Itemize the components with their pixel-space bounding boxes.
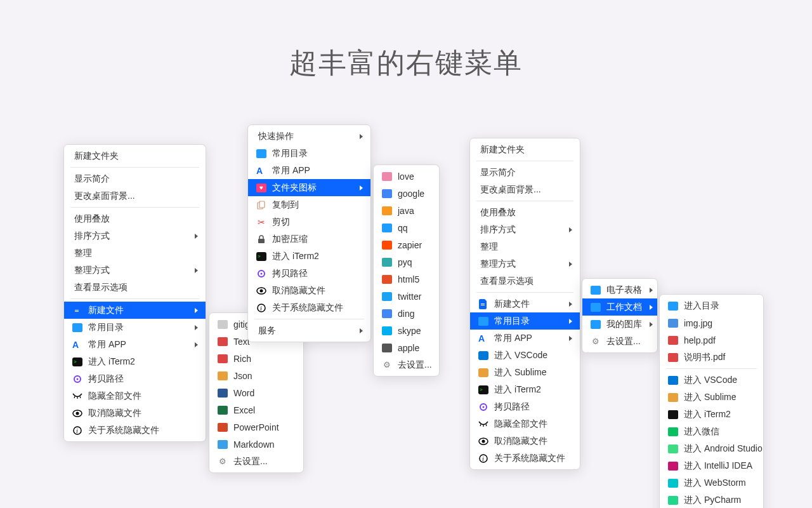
menu-item[interactable]: 常用目录 — [248, 145, 370, 162]
menu-item[interactable]: 说明书.pdf — [660, 349, 763, 366]
menu-item[interactable]: 进入微信 — [660, 423, 763, 440]
menu-item[interactable]: 排序方式 — [64, 227, 206, 244]
menu-item[interactable]: 进入 PyCharm — [660, 491, 763, 508]
menu-item[interactable]: skype — [374, 322, 439, 339]
menu-item[interactable]: 整理 — [470, 238, 580, 255]
menu-item[interactable]: 常用目录 — [64, 319, 206, 336]
menu-item-services[interactable]: 服务 — [248, 322, 370, 339]
chevron-right-icon — [360, 328, 363, 333]
menu-item[interactable]: 加密压缩 — [248, 231, 370, 248]
gear-icon — [256, 199, 267, 211]
gear-icon: A — [72, 339, 83, 351]
menu-item-label: zapier — [398, 240, 431, 250]
folder-icon — [381, 171, 393, 182]
gear-icon — [72, 322, 83, 333]
menu-item[interactable]: 使用叠放 — [64, 210, 206, 227]
menu-item[interactable]: ding — [374, 305, 439, 322]
menu-item[interactable]: 新建文件 — [470, 295, 580, 312]
menu-item[interactable]: 进入 Sublime — [470, 364, 580, 381]
menu-item[interactable]: 进入 IntelliJ IDEA — [660, 457, 763, 474]
menu-item[interactable]: 整理方式 — [470, 255, 580, 272]
menu-item[interactable]: 整理 — [64, 244, 206, 262]
menu-item[interactable]: Word — [209, 384, 303, 401]
menu-item[interactable]: 新建文件夹 — [64, 147, 206, 164]
menu-item[interactable]: 拷贝路径 — [248, 265, 370, 282]
menu-item[interactable]: ⚙去设置... — [582, 333, 657, 350]
chevron-right-icon — [360, 185, 363, 190]
menu-item-label: Json — [233, 371, 296, 381]
menu-item[interactable]: 进入 WebStorm — [660, 474, 763, 491]
menu-item[interactable]: google — [374, 185, 439, 202]
menu-item[interactable]: i关于系统隐藏文件 — [248, 299, 370, 316]
menu-item[interactable]: zapier — [374, 236, 439, 253]
menu-item[interactable]: 更改桌面背景... — [64, 187, 206, 204]
menu-item[interactable]: 更改桌面背景... — [470, 181, 580, 198]
menu-item-label: 排序方式 — [74, 231, 187, 242]
menu-item-label: 进入 VSCode — [494, 350, 572, 361]
menu-item-label: 常用目录 — [494, 316, 561, 327]
menu-item[interactable]: 进入 Sublime — [660, 389, 763, 406]
menu-item[interactable]: love — [374, 168, 439, 185]
menu-item[interactable]: 新建文件夹 — [470, 141, 580, 158]
menu-item[interactable]: 显示简介 — [64, 170, 206, 187]
menu-item[interactable]: 进入 Android Studio — [660, 440, 763, 457]
menu-item[interactable]: i关于系统隐藏文件 — [64, 422, 206, 439]
menu-item[interactable]: 拷贝路径 — [64, 370, 206, 387]
menu-item-label: 拷贝路径 — [272, 268, 363, 279]
menu-item[interactable]: Json — [209, 367, 303, 384]
menu-item[interactable]: 我的图库 — [582, 316, 657, 333]
gear-icon — [478, 401, 489, 413]
menu-item[interactable]: A常用 APP — [248, 162, 370, 179]
menu-item[interactable]: PowerPoint — [209, 418, 303, 436]
menu-item[interactable]: 电子表格 — [582, 281, 657, 298]
menu-item[interactable]: 复制到 — [248, 196, 370, 213]
menu-item[interactable]: >进入 iTerm2 — [248, 248, 370, 265]
menu-item[interactable]: >进入 iTerm2 — [64, 353, 206, 370]
menu-item[interactable]: pyq — [374, 253, 439, 271]
menu-item[interactable]: help.pdf — [660, 331, 763, 349]
menu-item[interactable]: 拷贝路径 — [470, 398, 580, 415]
menu-item[interactable]: java — [374, 202, 439, 219]
menu-item-label: google — [398, 189, 431, 199]
menu-item[interactable]: 进入 VSCode — [660, 371, 763, 389]
menu-item[interactable]: A常用 APP — [64, 336, 206, 353]
menu-item[interactable]: twitter — [374, 288, 439, 305]
menu-item[interactable]: 快速操作 — [248, 128, 370, 145]
menu-item[interactable]: ⚙去设置... — [209, 453, 303, 470]
menu-item[interactable]: 取消隐藏文件 — [64, 404, 206, 422]
menu-item[interactable]: 进入目录 — [660, 297, 763, 314]
menu-item[interactable]: 隐藏全部文件 — [470, 415, 580, 432]
menu-item[interactable]: 工作文档 — [582, 298, 657, 316]
menu-item[interactable]: html5 — [374, 271, 439, 288]
menu-item[interactable]: qq — [374, 219, 439, 236]
menu-item[interactable]: img.jpg — [660, 314, 763, 331]
menu-item[interactable]: 查看显示选项 — [470, 272, 580, 290]
gear-icon: A — [478, 333, 489, 344]
menu-item[interactable]: 进入 VSCode — [470, 347, 580, 364]
menu-item[interactable]: ♥文件夹图标 — [248, 179, 370, 196]
menu-item[interactable]: 排序方式 — [470, 221, 580, 238]
folder-icon — [381, 257, 393, 268]
menu-item[interactable]: 隐藏全部文件 — [64, 387, 206, 404]
menu-item[interactable]: 取消隐藏文件 — [470, 432, 580, 450]
folder-icon — [381, 188, 393, 199]
menu-item[interactable]: ✂剪切 — [248, 213, 370, 231]
menu-item[interactable]: Excel — [209, 401, 303, 418]
menu-item[interactable]: 新建文件 — [64, 302, 206, 319]
menu-item[interactable]: Rich — [209, 350, 303, 367]
menu-item[interactable]: i关于系统隐藏文件 — [470, 450, 580, 467]
menu-item[interactable]: 进入 iTerm2 — [660, 406, 763, 423]
menu-item[interactable]: 使用叠放 — [470, 204, 580, 221]
menu-item[interactable]: Markdown — [209, 436, 303, 453]
menu-item[interactable]: 常用目录 — [470, 312, 580, 330]
menu-item[interactable]: 整理方式 — [64, 262, 206, 279]
menu-item[interactable]: ⚙去设置... — [374, 356, 439, 373]
folder-icon — [381, 308, 393, 319]
menu-item[interactable]: apple — [374, 339, 439, 356]
menu-item[interactable]: 查看显示选项 — [64, 279, 206, 296]
menu-item[interactable]: A常用 APP — [470, 330, 580, 347]
menu-item[interactable]: 显示简介 — [470, 164, 580, 181]
menu-item[interactable]: >进入 iTerm2 — [470, 381, 580, 398]
svg-point-4 — [77, 378, 79, 380]
menu-item[interactable]: 取消隐藏文件 — [248, 282, 370, 299]
